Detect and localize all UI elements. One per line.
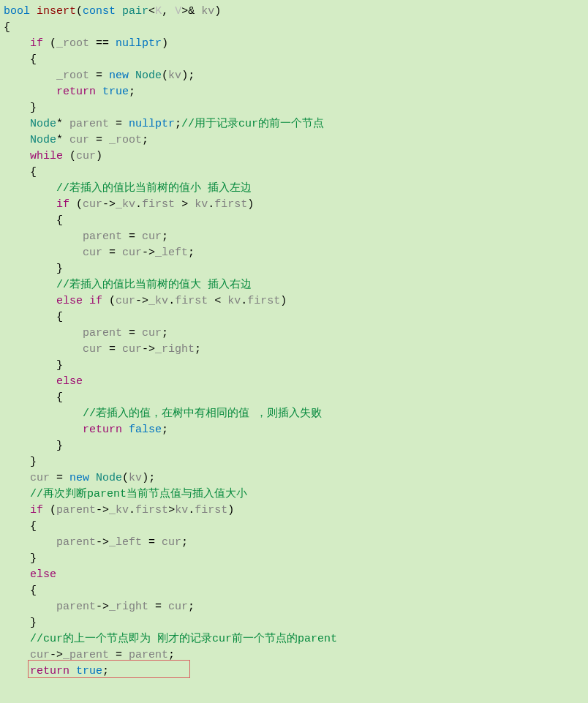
- code-line: {: [4, 583, 584, 599]
- code-line: //cur的上一个节点即为 刚才的记录cur前一个节点的parent: [4, 631, 584, 647]
- code-token: if: [89, 295, 102, 307]
- code-token: [4, 279, 56, 291]
- code-token: >: [168, 504, 175, 516]
- code-token: [4, 198, 56, 211]
- code-token: [4, 182, 56, 195]
- code-token: if: [30, 504, 43, 516]
- code-token: cur: [83, 247, 102, 259]
- code-token: [4, 424, 83, 436]
- code-token: =: [122, 230, 142, 243]
- code-token: .: [168, 295, 175, 307]
- code-token: [4, 536, 56, 549]
- code-token: [4, 37, 30, 50]
- code-token: _left: [109, 536, 142, 549]
- code-token: (: [63, 150, 76, 162]
- code-line: }: [4, 454, 584, 470]
- code-token: insert: [37, 5, 76, 18]
- code-token: while: [30, 150, 63, 162]
- code-token: *: [56, 134, 69, 146]
- code-token: K: [155, 5, 162, 18]
- code-line: {: [4, 519, 584, 535]
- code-token: [89, 472, 96, 484]
- code-line: {: [4, 20, 584, 36]
- watermark-text: CSDN @风起、风落: [453, 683, 547, 683]
- code-token: ->: [102, 198, 116, 211]
- code-token: ;: [142, 134, 148, 146]
- code-token: [69, 665, 76, 677]
- code-token: (: [122, 472, 129, 484]
- code-line: //若插入的值比当前树的值小 插入左边: [4, 181, 584, 197]
- code-block: bool insert(const pair<K, V>& kv){ if (_…: [4, 4, 584, 680]
- code-token: =: [89, 69, 109, 82]
- code-token: [4, 665, 30, 677]
- code-token: ;: [162, 230, 168, 243]
- code-token: parent: [129, 649, 168, 661]
- code-line: parent = cur;: [4, 229, 584, 245]
- code-token: ;: [168, 649, 175, 661]
- code-token: =: [102, 247, 122, 259]
- code-line: parent = cur;: [4, 326, 584, 342]
- code-token: [4, 649, 30, 661]
- code-token: parent: [56, 601, 96, 613]
- code-token: parent: [83, 327, 122, 339]
- code-line: }: [4, 438, 584, 454]
- code-token: }: [4, 617, 37, 629]
- code-token: [4, 295, 56, 307]
- code-token: (: [162, 69, 168, 82]
- code-token: Node: [135, 69, 162, 82]
- code-line: _root = new Node(kv);: [4, 68, 584, 84]
- code-token: [4, 118, 30, 130]
- code-token: _parent: [63, 649, 109, 661]
- code-token: _right: [109, 601, 148, 613]
- code-token: cur: [162, 536, 181, 549]
- code-line: while (cur): [4, 149, 584, 165]
- code-token: _right: [155, 343, 195, 356]
- code-line: cur = cur->_left;: [4, 245, 584, 261]
- code-token: bool: [4, 5, 30, 18]
- code-line: }: [4, 358, 584, 374]
- code-token: parent: [69, 118, 109, 130]
- code-token: (: [76, 5, 83, 18]
- code-token: true: [102, 86, 129, 98]
- code-token: {: [4, 311, 63, 323]
- code-token: ;: [188, 601, 195, 613]
- code-token: ->: [96, 601, 109, 613]
- code-token: _root: [56, 37, 89, 50]
- code-token: V: [175, 5, 181, 18]
- code-token: false: [129, 424, 162, 436]
- code-token: cur: [122, 343, 142, 356]
- code-token: =: [148, 601, 168, 613]
- code-line: Node* cur = _root;: [4, 132, 584, 149]
- code-token: if: [30, 37, 43, 50]
- code-token: //若插入的值，在树中有相同的值 ，则插入失败: [83, 407, 322, 420]
- code-line: parent->_right = cur;: [4, 599, 584, 615]
- code-token: return: [30, 665, 69, 677]
- code-token: else: [56, 375, 83, 388]
- code-token: first: [247, 295, 280, 307]
- code-token: =: [122, 327, 142, 339]
- code-token: {: [4, 53, 37, 66]
- code-token: cur: [142, 327, 162, 339]
- code-token: }: [4, 359, 63, 372]
- code-token: //用于记录cur的前一个节点: [181, 118, 324, 130]
- code-token: ;: [162, 327, 168, 339]
- code-token: [4, 375, 56, 388]
- code-token: ->: [142, 343, 155, 356]
- code-token: ): [280, 295, 287, 307]
- code-token: ): [96, 150, 102, 162]
- code-token: }: [4, 102, 37, 114]
- code-line: }: [4, 551, 584, 567]
- code-token: ): [214, 5, 221, 18]
- code-token: >&: [181, 5, 201, 18]
- code-token: =: [142, 536, 162, 549]
- code-line: }: [4, 615, 584, 631]
- code-token: Node: [96, 472, 122, 484]
- code-token: cur: [69, 134, 89, 146]
- code-line: {: [4, 390, 584, 406]
- code-token: ;: [162, 424, 168, 436]
- code-token: _root: [109, 134, 142, 146]
- code-line: }: [4, 100, 584, 116]
- code-token: <: [208, 295, 227, 307]
- code-line: Node* parent = nullptr;//用于记录cur的前一个节点: [4, 116, 584, 132]
- code-token: [122, 424, 129, 436]
